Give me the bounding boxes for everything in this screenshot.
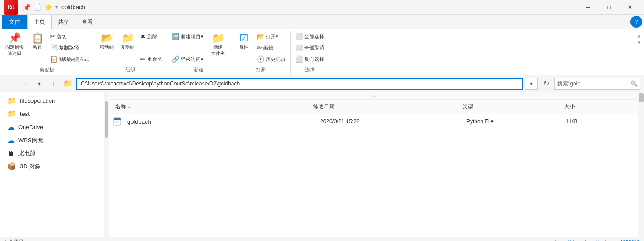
sidebar-item-label: filesoperation <box>20 97 55 104</box>
recent-locations-button[interactable]: ▾ <box>33 77 45 90</box>
organize-col: ✖ 删除 ✏ 重命名 <box>139 32 164 64</box>
move-label: 移动到 <box>100 44 114 50</box>
edit-button[interactable]: ✏ 编辑 <box>255 43 287 52</box>
address-input[interactable] <box>76 78 523 90</box>
ribbon-scroll-down[interactable]: ∨ <box>637 39 641 45</box>
sort-collapse-arrow[interactable]: ∧ <box>372 93 375 98</box>
svg-text:py: py <box>116 119 118 121</box>
open-label: 打开▾ <box>266 33 278 40</box>
address-dropdown-button[interactable]: ▾ <box>525 78 538 90</box>
ribbon-group-new: 🆕 新建项目▾ 🔗 轻松访问▾ 📁 新建文件夹 新建 <box>167 31 231 75</box>
status-url: https://blog.xdn.net/weixon_41855010 <box>555 239 639 241</box>
pin-icon[interactable]: 📌 <box>22 3 31 12</box>
sidebar-item-wpsdisk[interactable]: ☁ WPS网盘 <box>0 134 109 147</box>
cut-button[interactable]: ✂ 剪切 <box>48 32 91 41</box>
clipboard-group-label: 剪贴板 <box>3 65 91 75</box>
new-group-label: 新建 <box>170 65 228 75</box>
col-name-label: 名称 <box>115 103 126 110</box>
ribbon-scroll-up[interactable]: ∧ <box>637 33 641 39</box>
window-controls: ─ □ ✕ <box>578 0 640 15</box>
select-all-button[interactable]: ⬜ 全部选择 <box>293 32 326 41</box>
new-item-button[interactable]: 🆕 新建项目▾ <box>170 32 205 41</box>
file-header: 名称 ∧ 修改日期 类型 大小 <box>109 100 638 114</box>
clipboard-col: ✂ 剪切 📄 复制路径 📋 粘贴快捷方式 <box>48 32 91 64</box>
dropdown-arrow-icon[interactable]: ▾ <box>55 5 58 10</box>
folder-icon: 📁 <box>64 79 73 88</box>
easy-access-label: 轻松访问▾ <box>181 56 203 63</box>
properties-button[interactable]: ☑ 属性 <box>234 32 254 52</box>
easy-access-button[interactable]: 🔗 轻松访问▾ <box>170 55 205 64</box>
search-input[interactable] <box>555 80 628 88</box>
pin-label: 固定到快速访问 <box>5 44 24 57</box>
select-none-icon: ⬜ <box>295 44 303 51</box>
sidebar-item-onedrive[interactable]: ☁ OneDrive <box>0 120 109 134</box>
history-button[interactable]: 🕐 历史记录 <box>255 55 287 64</box>
tab-share[interactable]: 共享 <box>52 15 75 29</box>
star-icon[interactable]: ⭐ <box>44 3 53 12</box>
sidebar-item-3d[interactable]: 📦 3D 对象 <box>0 160 109 173</box>
col-type-header[interactable]: 类型 <box>460 101 561 112</box>
tab-file[interactable]: 文件 <box>2 15 27 29</box>
select-col: ⬜ 全部选择 ⬜ 全部取消 ⬜ 反向选择 <box>293 32 326 64</box>
sidebar-item-label: 3D 对象 <box>20 162 41 171</box>
copy-path-icon: 📄 <box>50 44 58 51</box>
rename-button[interactable]: ✏ 重命名 <box>139 55 164 64</box>
properties-icon: ☑ <box>239 33 248 43</box>
up-button[interactable]: ↑ <box>47 77 60 90</box>
sidebar-item-test[interactable]: 📁 test <box>0 107 109 120</box>
file-name: goldbach <box>124 118 317 125</box>
file-size: 1 KB <box>563 118 634 125</box>
copy-to-button[interactable]: 📁 复制到 <box>118 32 138 52</box>
select-all-label: 全部选择 <box>304 33 324 40</box>
close-button[interactable]: ✕ <box>619 0 640 15</box>
title-bar: Rit 📌 📄 ⭐ ▾ goldbach ─ □ ✕ <box>0 0 644 15</box>
tab-view[interactable]: 查看 <box>75 15 99 29</box>
paste-icon: 📋 <box>31 33 44 43</box>
minimize-button[interactable]: ─ <box>578 0 599 15</box>
copy-icon: 📁 <box>122 33 134 43</box>
paste-button[interactable]: 📋 粘贴 <box>27 32 47 52</box>
paste-shortcut-button[interactable]: 📋 粘贴快捷方式 <box>48 55 91 64</box>
right-scrollbar[interactable] <box>638 92 644 237</box>
brand-logo: Rit <box>4 0 18 15</box>
sidebar-item-label: 此电脑 <box>18 149 36 157</box>
pin-to-quickaccess-button[interactable]: 📌 固定到快速访问 <box>3 32 26 58</box>
forward-button[interactable]: → <box>18 77 31 90</box>
move-to-button[interactable]: 📂 移动到 <box>97 32 117 52</box>
doc-icon[interactable]: 📄 <box>33 3 42 12</box>
organize-content: 📂 移动到 📁 复制到 ✖ 删除 ✏ 重命名 <box>97 32 164 64</box>
col-name-header[interactable]: 名称 ∧ <box>113 101 310 112</box>
paste-shortcut-label: 粘贴快捷方式 <box>59 56 89 63</box>
back-button[interactable]: ← <box>4 77 16 90</box>
sidebar-item-label: OneDrive <box>18 124 43 131</box>
new-col: 🆕 新建项目▾ 🔗 轻松访问▾ <box>170 32 205 64</box>
new-item-icon: 🆕 <box>172 33 179 40</box>
col-date-header[interactable]: 修改日期 <box>310 101 460 112</box>
refresh-button[interactable]: ↻ <box>540 77 552 90</box>
restore-button[interactable]: □ <box>599 0 619 15</box>
copy-path-button[interactable]: 📄 复制路径 <box>48 43 91 52</box>
cloud-icon: ☁ <box>7 123 15 131</box>
search-icon[interactable]: 🔍 <box>628 78 640 90</box>
folder-icon: 📁 <box>7 96 16 105</box>
sidebar-item-thispc[interactable]: 🖥 此电脑 <box>0 147 109 160</box>
new-folder-button[interactable]: 📁 新建文件夹 <box>208 32 228 58</box>
file-row-goldbach[interactable]: py goldbach 2020/3/21 15:22 Python File … <box>109 114 638 129</box>
new-content: 🆕 新建项目▾ 🔗 轻松访问▾ 📁 新建文件夹 <box>170 32 228 64</box>
help-button[interactable]: ? <box>630 16 642 28</box>
open-icon: 📂 <box>257 33 264 40</box>
search-box: 🔍 <box>554 78 640 90</box>
sidebar-scrollbar[interactable] <box>104 92 109 237</box>
copy-label: 复制到 <box>121 44 134 50</box>
new-folder-icon: 📁 <box>212 33 224 43</box>
ribbon: 📌 固定到快速访问 📋 粘贴 ✂ 剪切 📄 复制路径 📋 <box>0 29 644 75</box>
select-none-button[interactable]: ⬜ 全部取消 <box>293 43 326 52</box>
ribbon-group-select: ⬜ 全部选择 ⬜ 全部取消 ⬜ 反向选择 选择 <box>291 31 329 75</box>
open-btn[interactable]: 📂 打开▾ <box>255 32 287 41</box>
invert-select-button[interactable]: ⬜ 反向选择 <box>293 55 326 64</box>
tab-home[interactable]: 主页 <box>27 15 52 29</box>
ribbon-group-organize: 📂 移动到 📁 复制到 ✖ 删除 ✏ 重命名 组织 <box>94 31 167 75</box>
sidebar-item-filesoperation[interactable]: 📁 filesoperation <box>0 94 109 107</box>
col-size-header[interactable]: 大小 <box>561 101 634 112</box>
delete-button[interactable]: ✖ 删除 <box>139 32 164 41</box>
